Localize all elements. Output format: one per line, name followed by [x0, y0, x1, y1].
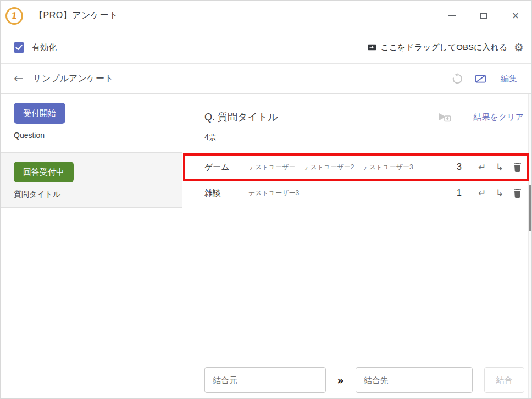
tv-off-icon[interactable]: [474, 73, 487, 85]
choice-count: 1: [443, 188, 462, 198]
enable-row: 有効化 ここをドラッグしてOBSに入れる ⚙: [1, 31, 531, 64]
vertical-scrollbar[interactable]: [528, 94, 531, 398]
question-sidebar: 受付開始 Question 回答受付中 質問タイトル: [1, 94, 182, 398]
merge-dest-input[interactable]: [356, 367, 473, 393]
titlebar: 1 【PRO】アンケート ×: [1, 1, 531, 31]
question-title: Q. 質問タイトル: [204, 110, 278, 124]
obs-input-icon: [367, 42, 377, 52]
back-button[interactable]: ←: [14, 72, 24, 85]
settings-gear-icon[interactable]: ⚙: [514, 41, 524, 54]
branch-arrow-icon[interactable]: ↳: [494, 162, 506, 173]
branch-arrow-icon[interactable]: ↳: [494, 187, 506, 198]
app-window: 1 【PRO】アンケート × 有効化 ここをドラッグしてOBSに入れる ⚙ ← …: [0, 0, 532, 399]
choice-users: テストユーザー3: [248, 189, 443, 198]
choice-row[interactable]: ゲーム テストユーザーテストユーザー2テストユーザー3 3 ↵ ↳: [182, 154, 529, 180]
history-icon[interactable]: [451, 73, 464, 85]
obs-drag-label: ここをドラッグしてOBSに入れる: [380, 42, 507, 53]
window-title: 【PRO】アンケート: [34, 10, 118, 21]
results-panel: Q. 質問タイトル 結果をクリア 4票 ゲーム テストユーザーテストユーザー2テ…: [182, 94, 531, 398]
scrollbar-thumb[interactable]: [529, 185, 531, 231]
app-logo-icon: 1: [5, 7, 23, 25]
choice-list: ゲーム テストユーザーテストユーザー2テストユーザー3 3 ↵ ↳ 雑談 テスト…: [182, 154, 529, 206]
question-header: Q. 質問タイトル 結果をクリア: [204, 110, 524, 124]
question-status-button[interactable]: 回答受付中: [14, 162, 74, 182]
choice-row[interactable]: 雑談 テストユーザー3 1 ↵ ↳: [182, 180, 529, 206]
maximize-icon: [480, 13, 487, 19]
choice-label: 雑談: [204, 188, 248, 198]
question-list-item[interactable]: 受付開始 Question: [1, 94, 182, 153]
minimize-icon: [448, 15, 456, 16]
choice-label: ゲーム: [204, 162, 248, 173]
enable-toggle[interactable]: 有効化: [14, 42, 57, 53]
choice-user: テストユーザー3: [363, 163, 413, 172]
question-list-item[interactable]: 回答受付中 質問タイトル: [1, 153, 182, 208]
merge-button[interactable]: 結合: [484, 367, 524, 393]
question-item-title: Question: [14, 131, 169, 140]
choice-user: テストユーザー: [248, 163, 295, 172]
choice-count: 3: [443, 162, 462, 172]
return-arrow-icon[interactable]: ↵: [476, 187, 488, 198]
send-to-screen-icon[interactable]: [437, 110, 452, 124]
survey-actions: 編集: [451, 73, 517, 85]
question-item-title: 質問タイトル: [14, 190, 169, 199]
close-button[interactable]: ×: [500, 1, 531, 31]
clear-results-link[interactable]: 結果をクリア: [474, 112, 524, 123]
obs-drag-area[interactable]: ここをドラッグしてOBSに入れる ⚙: [367, 41, 524, 54]
survey-header: ← サンプルアンケート 編集: [1, 64, 531, 94]
checkbox-checked-icon[interactable]: [14, 42, 24, 53]
merge-bar: » 結合: [204, 367, 524, 393]
body: 受付開始 Question 回答受付中 質問タイトル Q. 質問タイトル 結果を…: [1, 94, 531, 398]
trash-icon[interactable]: [511, 189, 523, 198]
return-arrow-icon[interactable]: ↵: [476, 162, 488, 173]
choice-user: テストユーザー3: [248, 189, 299, 198]
window-controls: ×: [436, 1, 531, 31]
choice-user: テストユーザー2: [303, 163, 354, 172]
trash-icon[interactable]: [511, 163, 523, 172]
app-logo-glyph: 1: [11, 10, 18, 20]
edit-link[interactable]: 編集: [501, 74, 517, 84]
vote-count-label: 4票: [204, 132, 524, 142]
minimize-button[interactable]: [436, 1, 468, 31]
question-actions: 結果をクリア: [437, 110, 524, 124]
enable-label: 有効化: [32, 42, 57, 53]
question-status-button[interactable]: 受付開始: [14, 103, 65, 124]
survey-title: サンプルアンケート: [33, 73, 114, 85]
choice-users: テストユーザーテストユーザー2テストユーザー3: [248, 163, 443, 172]
merge-arrow-icon: »: [337, 374, 344, 386]
maximize-button[interactable]: [468, 1, 500, 31]
merge-source-input[interactable]: [204, 367, 326, 393]
